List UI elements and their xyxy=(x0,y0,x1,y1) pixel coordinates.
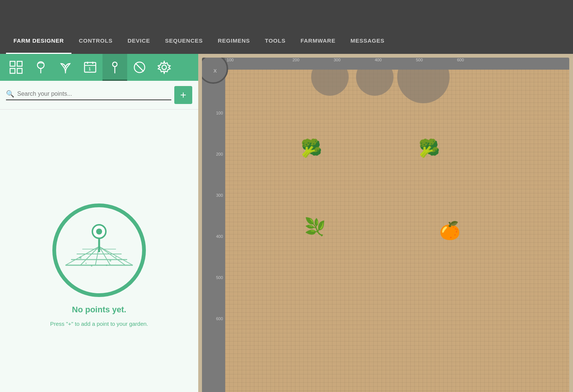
ruler-x-400: 400 xyxy=(375,58,382,62)
svg-text:1: 1 xyxy=(89,67,91,71)
search-icon: 🔍 xyxy=(6,90,14,98)
svg-rect-1 xyxy=(17,61,22,66)
svg-point-32 xyxy=(85,263,87,264)
ruler-x-300: 300 xyxy=(334,58,340,62)
ruler-y-100: 100 xyxy=(216,111,223,115)
no-points-subtitle: Press "+" to add a point to your garden. xyxy=(50,321,148,327)
plant-chard[interactable]: 🌿 xyxy=(304,217,326,237)
tool-no-entry[interactable] xyxy=(127,54,152,81)
tool-circle-2 xyxy=(356,70,393,96)
nav-messages[interactable]: MESSAGES xyxy=(343,27,392,54)
svg-point-29 xyxy=(96,229,102,235)
nav-farmware[interactable]: FARMWARE xyxy=(293,27,343,54)
grid-area[interactable]: 🥦 🥦 🌿 🍊 xyxy=(225,70,569,392)
ruler-y-200: 200 xyxy=(216,152,223,156)
ruler-y-400: 400 xyxy=(216,234,223,239)
plant-tomato[interactable]: 🍊 xyxy=(439,220,460,241)
svg-point-36 xyxy=(106,264,107,266)
svg-point-33 xyxy=(110,260,111,262)
search-bar: 🔍 + xyxy=(0,81,198,110)
nav-regimens[interactable]: REGIMENS xyxy=(210,27,257,54)
sub-toolbar: 1 xyxy=(0,54,198,81)
sidebar: 1 🔍 + xyxy=(0,54,198,392)
ruler-x-200: 200 xyxy=(292,58,299,62)
ruler-x-100: 100 xyxy=(227,58,233,62)
search-input[interactable] xyxy=(17,91,171,97)
plant-broccoli-1[interactable]: 🥦 xyxy=(301,138,322,158)
svg-point-31 xyxy=(79,257,82,259)
ruler-x-500: 500 xyxy=(416,58,423,62)
svg-point-12 xyxy=(113,62,117,67)
svg-point-16 xyxy=(162,65,166,70)
top-nav-bar: FARM DESIGNER CONTROLS DEVICE SEQUENCES … xyxy=(0,27,573,54)
svg-rect-0 xyxy=(10,61,15,66)
ruler-y-300: 300 xyxy=(216,193,223,197)
no-points-title: No points yet. xyxy=(72,305,126,315)
tool-grid[interactable] xyxy=(4,54,28,81)
svg-point-34 xyxy=(115,256,117,258)
tool-settings[interactable] xyxy=(152,54,177,81)
ruler-y-600: 600 xyxy=(216,316,223,321)
tool-calendar[interactable]: 1 xyxy=(78,54,102,81)
nav-device[interactable]: DEVICE xyxy=(120,27,157,54)
svg-rect-2 xyxy=(10,68,15,73)
empty-state: No points yet. Press "+" to add a point … xyxy=(0,110,198,392)
top-nav xyxy=(0,0,573,27)
nav-sequences[interactable]: SEQUENCES xyxy=(157,27,210,54)
tool-pin[interactable] xyxy=(102,54,127,81)
svg-line-15 xyxy=(135,63,144,71)
add-point-button[interactable]: + xyxy=(174,86,192,104)
nav-farm-designer[interactable]: FARM DESIGNER xyxy=(6,27,71,54)
tool-circle-1 xyxy=(311,70,349,96)
ruler-x-600: 600 xyxy=(457,58,464,62)
tool-partial-circle xyxy=(397,70,450,103)
nav-tools[interactable]: TOOLS xyxy=(257,27,293,54)
empty-state-illustration xyxy=(50,202,148,299)
garden-map[interactable]: Y X X 100 200 300 400 500 60 xyxy=(198,54,573,392)
plant-broccoli-2[interactable]: 🥦 xyxy=(419,138,440,158)
ruler-y-500: 500 xyxy=(216,275,223,280)
tool-seedling[interactable] xyxy=(53,54,78,81)
svg-rect-3 xyxy=(17,68,22,73)
nav-controls[interactable]: CONTROLS xyxy=(71,27,120,54)
svg-point-35 xyxy=(91,265,92,267)
search-input-wrap[interactable]: 🔍 xyxy=(6,90,171,100)
tool-plant[interactable] xyxy=(28,54,53,81)
